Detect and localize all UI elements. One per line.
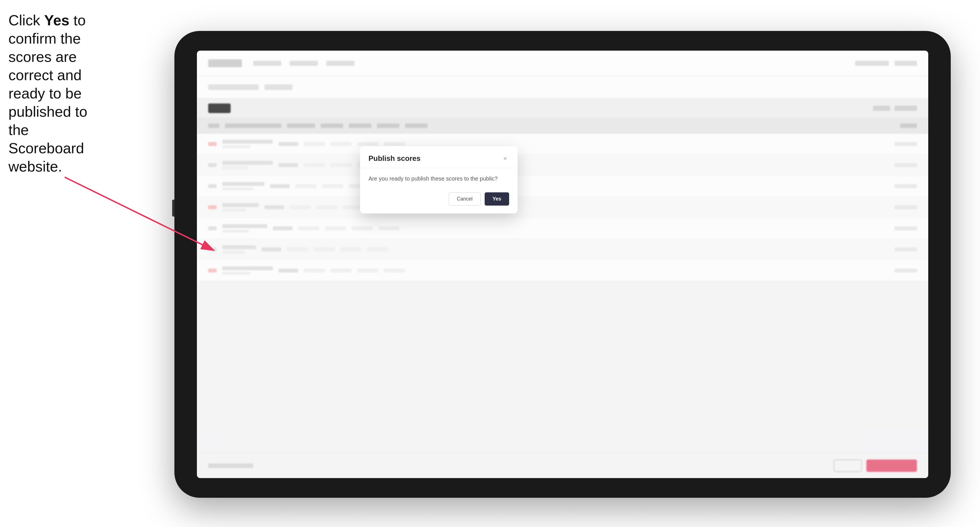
col-header-4 bbox=[321, 124, 343, 128]
bottom-cancel-btn bbox=[834, 459, 862, 472]
table-row bbox=[197, 260, 928, 281]
sub-header-title bbox=[208, 84, 259, 90]
toolbar-label-1 bbox=[873, 106, 890, 111]
dialog-body: Are you ready to publish these scores to… bbox=[360, 168, 517, 189]
tablet-screen: Publish scores × Are you ready to publis… bbox=[197, 51, 928, 478]
app-logo bbox=[208, 59, 242, 67]
dialog-footer: Cancel Yes bbox=[360, 189, 517, 213]
table-row bbox=[197, 239, 928, 260]
table-row bbox=[197, 176, 928, 197]
table-row bbox=[197, 197, 928, 218]
col-header-8 bbox=[900, 124, 917, 128]
toolbar-label-2 bbox=[894, 106, 917, 111]
col-header-5 bbox=[349, 124, 371, 128]
app-sub-header bbox=[197, 76, 928, 98]
dialog-title: Publish scores bbox=[369, 154, 420, 163]
col-header-1 bbox=[208, 124, 220, 128]
app-header bbox=[197, 51, 928, 76]
yes-button[interactable]: Yes bbox=[485, 192, 509, 206]
tablet-device: Publish scores × Are you ready to publis… bbox=[174, 31, 951, 498]
nav-item-1 bbox=[253, 61, 281, 66]
col-header-2 bbox=[225, 124, 281, 128]
col-header-3 bbox=[287, 124, 315, 128]
cancel-button[interactable]: Cancel bbox=[449, 192, 481, 206]
header-badge-2 bbox=[894, 61, 917, 66]
dialog-header: Publish scores × bbox=[360, 146, 517, 168]
col-header-6 bbox=[377, 124, 399, 128]
table-row bbox=[197, 218, 928, 239]
col-header-7 bbox=[405, 124, 428, 128]
app-bottom-bar bbox=[197, 453, 928, 478]
app-header-right bbox=[855, 61, 917, 66]
nav-item-2 bbox=[290, 61, 318, 66]
instruction-text: Click Yes to confirm the scores are corr… bbox=[8, 11, 90, 176]
publish-scores-dialog: Publish scores × Are you ready to publis… bbox=[360, 146, 517, 213]
app-background bbox=[197, 51, 928, 478]
table-row bbox=[197, 155, 928, 176]
app-toolbar bbox=[197, 98, 928, 118]
toolbar-publish-btn bbox=[208, 103, 231, 113]
tablet-side-button bbox=[172, 200, 174, 216]
bottom-bar-text bbox=[208, 464, 253, 468]
app-nav bbox=[253, 61, 355, 66]
dialog-message: Are you ready to publish these scores to… bbox=[369, 175, 509, 183]
nav-item-3 bbox=[326, 61, 355, 66]
table-row bbox=[197, 133, 928, 155]
toolbar-right bbox=[873, 106, 917, 111]
table-header bbox=[197, 118, 928, 133]
dialog-close-button[interactable]: × bbox=[501, 155, 509, 162]
table-rows bbox=[197, 133, 928, 453]
bottom-publish-btn bbox=[866, 459, 917, 472]
sub-header-title-2 bbox=[264, 84, 293, 90]
header-badge-1 bbox=[855, 61, 889, 66]
